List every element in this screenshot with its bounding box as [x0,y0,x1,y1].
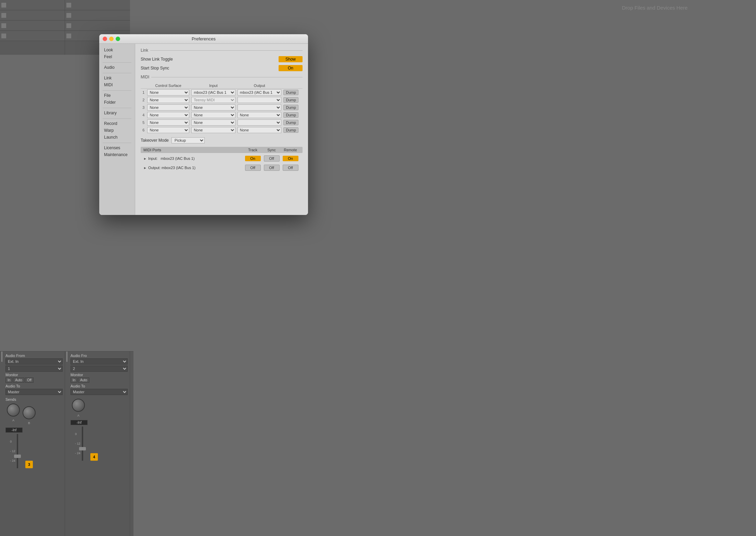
knob-a-1[interactable] [7,404,20,417]
sidebar-item-licenses[interactable]: Licenses [99,144,135,151]
track-cell [65,0,130,10]
surface-cell-6: None [146,126,190,134]
input-select-5[interactable]: None [191,119,235,126]
monitor-in-btn-1[interactable]: In [5,378,12,383]
monitor-auto-btn-1[interactable]: Auto [13,378,24,383]
input-cell-2: Teensy MIDI [190,96,236,104]
surface-select-5[interactable]: None [147,119,189,126]
midi-port-input-row: ► Input: mbox23 (IAC Bus 1) On Off On [141,154,303,163]
input-select-1[interactable]: mbox23 (IAC Bus 1 [191,89,235,95]
dump-button-6[interactable]: Dump [283,127,298,133]
channel-strips: Audio From Ext. In 1 Monitor In Auto Off… [0,351,133,536]
show-link-toggle-button[interactable]: Show [279,56,303,62]
input-expand-arrow[interactable]: ► [143,157,147,161]
dump-cell-2: Dump [282,96,303,104]
monitor-label-1: Monitor [5,373,63,377]
preferences-window: Preferences Look Feel Audio Link MIDI [99,34,308,215]
input-select-3[interactable]: None [191,104,235,111]
surface-select-1[interactable]: None [147,89,189,95]
knob-b-1[interactable] [23,406,36,419]
input-track-on-button[interactable]: On [245,156,261,161]
surface-select-3[interactable]: None [147,104,189,111]
output-remote-cell: Off [281,165,300,171]
dump-button-3[interactable]: Dump [283,105,298,110]
midi-row-4: 4 None None None Dump [141,111,303,119]
input-select-2[interactable]: Teensy MIDI [191,97,235,103]
fader-col: -Inf 0 - 12 - 24 [5,427,23,468]
surface-select-2[interactable]: None [147,97,189,103]
output-select-1[interactable]: mbox23 (IAC Bus 1 [238,89,282,95]
channel-num-select-1[interactable]: 1 [5,366,63,372]
start-stop-toggle-button[interactable]: On [279,65,303,71]
maximize-button[interactable] [116,37,120,41]
scale-24-2: - 24 [75,450,80,457]
audio-to-label-1: Audio To [5,384,63,388]
sidebar-item-folder[interactable]: Folder [99,99,135,106]
audio-from-select-1[interactable]: Ext. In [5,358,63,365]
surface-select-4[interactable]: None [147,112,189,118]
output-select-4[interactable]: None [238,112,282,118]
link-section-header: Link [141,48,303,53]
surface-select-6[interactable]: None [147,127,189,133]
input-sync-off-button[interactable]: Off [264,155,280,162]
fader-handle-2[interactable] [79,447,86,450]
output-remote-off-button[interactable]: Off [283,165,298,171]
sidebar-section-licenses: Licenses Maintenance [99,144,135,158]
sidebar-item-audio[interactable]: Audio [99,64,135,71]
minimize-button[interactable] [109,37,114,41]
output-select-6[interactable]: None [238,127,282,133]
link-section-line [150,50,303,51]
sidebar-item-warp[interactable]: Warp [99,127,135,134]
prefs-main-content: Link Show Link Toggle Show Start Stop Sy… [135,44,308,215]
close-button[interactable] [103,37,107,41]
fader-handle-1[interactable] [14,455,21,458]
input-select-6[interactable]: None [191,127,235,133]
dump-button-1[interactable]: Dump [283,90,298,95]
monitor-off-btn-1[interactable]: Off [25,378,34,383]
track-number-badge-1: 3 [25,461,33,468]
midi-ports-col-label: MIDI Ports [143,148,243,152]
output-select-5[interactable] [238,119,282,126]
sidebar-item-file[interactable]: File [99,92,135,99]
takeover-mode-select[interactable]: Pickup Value Scaling None [171,137,205,143]
row-num-1: 1 [141,89,146,97]
sidebar-item-midi[interactable]: MIDI [99,81,135,88]
output-sync-off-button[interactable]: Off [264,165,280,171]
track-cell-square [1,23,6,28]
input-cell-1: mbox23 (IAC Bus 1 [190,89,236,97]
sidebar-section-look-feel: Look Feel [99,47,135,60]
input-remote-on-button[interactable]: On [283,156,298,161]
track-cell [0,10,65,21]
sends-knobs: Sends A B [5,397,37,425]
audio-to-select-1[interactable]: Master [5,389,63,395]
sidebar-item-record[interactable]: Record [99,120,135,127]
midi-ports-section: MIDI Ports Track Sync Remote ► Input: mb… [141,147,303,172]
output-expand-arrow[interactable]: ► [143,166,147,170]
surface-cell-5: None [146,119,190,126]
dump-button-2[interactable]: Dump [283,97,298,103]
fader-with-scale: 0 - 12 - 24 [10,434,18,468]
dump-button-4[interactable]: Dump [283,112,298,118]
output-track-off-button[interactable]: Off [245,165,261,171]
dump-button-5[interactable]: Dump [283,120,298,125]
sidebar-item-look[interactable]: Look [99,47,135,53]
fader-track-1[interactable] [17,434,18,468]
output-select-3[interactable] [238,104,282,111]
output-select-2[interactable] [238,97,282,103]
fader-track-2[interactable] [82,426,83,461]
midi-ports-header: MIDI Ports Track Sync Remote [141,147,303,153]
knob-a-2[interactable] [72,399,85,412]
audio-to-select-2[interactable]: Master [71,389,128,395]
monitor-in-btn-2[interactable]: In [71,378,77,383]
channel-num-select-2[interactable]: 2 [71,366,128,372]
sidebar-item-link[interactable]: Link [99,75,135,81]
sidebar-item-library[interactable]: Library [99,110,135,116]
sidebar-divider-6 [103,143,131,143]
output-cell-5 [236,119,283,126]
monitor-auto-btn-2[interactable]: Auto [78,378,89,383]
sidebar-item-launch[interactable]: Launch [99,134,135,141]
audio-from-select-2[interactable]: Ext. In [71,358,128,365]
input-select-4[interactable]: None [191,112,235,118]
sidebar-item-feel[interactable]: Feel [99,53,135,60]
sidebar-item-maintenance[interactable]: Maintenance [99,151,135,158]
